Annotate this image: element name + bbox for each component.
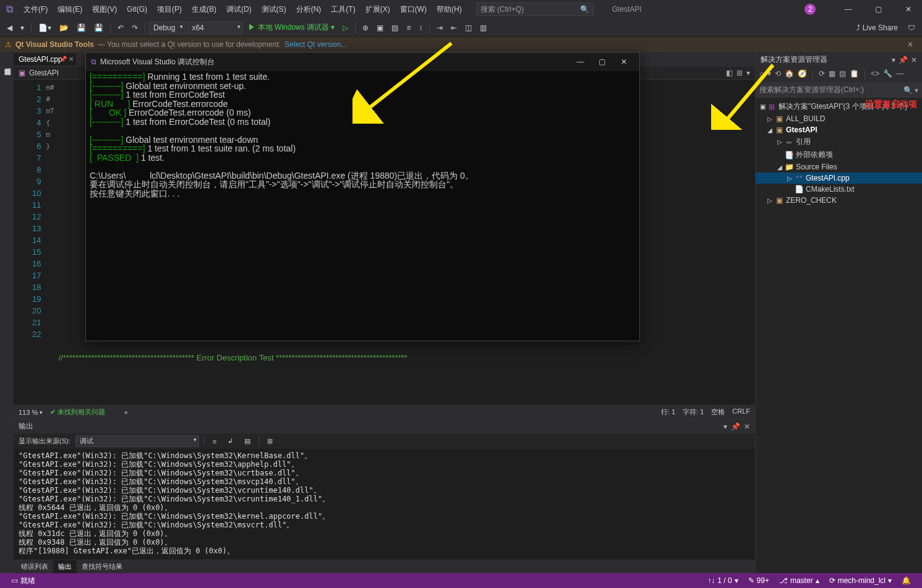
se-props-icon[interactable]: 📋: [850, 69, 859, 80]
output-pin-icon[interactable]: 📌: [731, 422, 740, 431]
doc-split-icon[interactable]: ◧: [726, 69, 733, 77]
se-dropdown-icon[interactable]: ▾: [892, 56, 895, 64]
sb-bell-icon[interactable]: 🔔: [897, 576, 916, 585]
output-close-icon[interactable]: ✕: [744, 422, 750, 431]
config-dropdown[interactable]: Debug: [149, 22, 186, 34]
tab-findsymbol[interactable]: 查找符号结果: [77, 560, 127, 573]
tree-external-deps[interactable]: 📑 外部依赖项: [756, 148, 922, 161]
tb-icon-5[interactable]: ↕: [416, 22, 425, 34]
se-code-icon[interactable]: <>: [871, 69, 879, 80]
se-wrench-icon[interactable]: 🔧: [883, 69, 892, 80]
menu-扩展x[interactable]: 扩展(X): [361, 0, 395, 19]
se-close-icon[interactable]: ✕: [911, 56, 917, 64]
se-sync-icon[interactable]: ⟳: [819, 69, 825, 80]
se-more-icon[interactable]: —: [896, 69, 903, 80]
menu-生成b[interactable]: 生成(B): [187, 0, 221, 19]
output-source-dropdown[interactable]: 调试: [75, 435, 199, 447]
tb-icon-8[interactable]: ◫: [462, 22, 475, 34]
solution-explorer-toolbar: ⌂▾ ⟲ 🏠 🧭 ⟳ ▦ ▤ 📋 <> 🔧 —: [756, 67, 922, 83]
output-body[interactable]: "GtestAPI.exe"(Win32): 已加载"C:\Windows\Sy…: [14, 449, 755, 560]
tb-icon-9[interactable]: ▥: [477, 22, 490, 34]
tree-source-files[interactable]: ◢📁 Source Files: [756, 161, 922, 173]
close-button[interactable]: ✕: [894, 0, 922, 19]
tree-solution-root[interactable]: ▣⊞ 解决方案"GtestAPI"(3 个项目，共 3 个): [756, 100, 922, 113]
output-wrap-icon[interactable]: ↲: [224, 435, 236, 447]
menu-编辑e[interactable]: 编辑(E): [53, 0, 87, 19]
start-debug-button[interactable]: ▶ 本地 Windows 调试器 ▾: [245, 20, 338, 35]
doc-expand-icon[interactable]: ⊞: [736, 69, 743, 77]
platform-dropdown[interactable]: x64: [187, 22, 243, 34]
new-button[interactable]: 📄▾: [35, 22, 54, 34]
sb-updown[interactable]: ↑↓ 1 / 0 ▾: [702, 576, 743, 585]
se-pin-icon[interactable]: 📌: [899, 56, 908, 64]
menu-项目p[interactable]: 项目(P): [152, 0, 187, 19]
maximize-button[interactable]: ▢: [864, 0, 892, 19]
qt-close-button[interactable]: ✕: [903, 40, 917, 49]
zoom-level[interactable]: 113 %: [19, 409, 38, 416]
se-scope-icon[interactable]: 🏠: [785, 69, 794, 80]
menu-帮助h[interactable]: 帮助(H): [432, 0, 467, 19]
document-tab-gtestapi[interactable]: GtestAPI.cpp 📌 ✕: [14, 53, 76, 66]
tb-icon-1[interactable]: ⊕: [359, 22, 372, 34]
tree-project-zerocheck[interactable]: ▷▣ ZERO_CHECK: [756, 195, 922, 206]
tree-project-allbuild[interactable]: ▷▣ ALL_BUILD: [756, 113, 922, 124]
toolbox-tab[interactable]: 工具箱: [0, 58, 2, 573]
se-home-icon[interactable]: ⌂: [759, 69, 764, 80]
menu-窗口w[interactable]: 窗口(W): [395, 0, 432, 19]
tb-icon-4[interactable]: ≡: [403, 22, 414, 34]
console-minimize[interactable]: —: [570, 53, 591, 71]
tab-errorlist[interactable]: 错误列表: [16, 560, 53, 573]
menu-调试d[interactable]: 调试(D): [221, 0, 257, 19]
output-dropdown-icon[interactable]: ▾: [724, 422, 727, 431]
console-close[interactable]: ✕: [613, 53, 634, 71]
se-collapse-icon[interactable]: ▤: [839, 69, 846, 80]
admin-icon[interactable]: 🛡: [905, 22, 918, 34]
start-without-debug-button[interactable]: ▷: [339, 22, 351, 34]
tb-icon-7[interactable]: ⇤: [448, 22, 460, 34]
nav-back-button[interactable]: ◀: [4, 22, 15, 34]
menu-gitg[interactable]: Git(G): [122, 0, 152, 19]
search-box[interactable]: 搜索 (Ctrl+Q) 🔍: [476, 2, 594, 16]
save-button[interactable]: 💾: [74, 22, 89, 34]
doc-dropdown-icon[interactable]: ▾: [746, 69, 750, 77]
output-save-icon[interactable]: ▤: [241, 435, 254, 447]
menu-分析n[interactable]: 分析(N): [291, 0, 327, 19]
se-show-all-icon[interactable]: ▦: [829, 69, 835, 80]
solution-explorer-search[interactable]: 搜索解决方案资源管理器(Ctrl+;) 🔍 ▾: [756, 83, 922, 98]
pin-icon[interactable]: 📌 ✕: [59, 56, 74, 62]
sb-changes[interactable]: ✎ 99+: [743, 576, 774, 585]
server-explorer-tab[interactable]: 服务器资源管理器: [2, 58, 14, 573]
console-maximize[interactable]: ▢: [591, 53, 613, 71]
tb-icon-6[interactable]: ⇥: [433, 22, 446, 34]
nav-project[interactable]: GtestAPI: [29, 69, 59, 77]
qt-select-version-link[interactable]: Select Qt version...: [284, 40, 347, 49]
se-back-icon[interactable]: ⟲: [775, 69, 781, 80]
menu-视图v[interactable]: 视图(V): [87, 0, 122, 19]
redo-button[interactable]: ↷: [129, 22, 141, 34]
no-issues-label[interactable]: ✔ 未找到相关问题: [50, 407, 105, 417]
tree-file-cmakelists[interactable]: 📄 CMakeLists.txt: [756, 184, 922, 195]
undo-button[interactable]: ↶: [114, 22, 127, 34]
tree-file-gtestapi-cpp[interactable]: ▷⁺⁺ GtestAPI.cpp: [756, 173, 922, 184]
sb-user[interactable]: ⟳ mech-mind_lcl ▾: [824, 576, 897, 585]
console-body[interactable]: [==========] Running 1 test from 1 test …: [86, 71, 639, 341]
minimize-button[interactable]: —: [834, 0, 862, 19]
tree-project-gtestapi[interactable]: ◢▣ GtestAPI: [756, 124, 922, 135]
output-extra-icon[interactable]: ⊞: [264, 435, 276, 447]
console-titlebar[interactable]: ⧉ Microsoft Visual Studio 调试控制台 — ▢ ✕: [86, 53, 639, 71]
se-filter-icon[interactable]: 🧭: [798, 69, 807, 80]
output-clear-icon[interactable]: ≡: [210, 436, 220, 447]
open-button[interactable]: 📂: [56, 22, 72, 34]
live-share-button[interactable]: ⤴ Live Share: [852, 23, 903, 32]
tb-icon-3[interactable]: ▤: [388, 22, 401, 34]
menu-文件f[interactable]: 文件(F): [19, 0, 53, 19]
tab-output[interactable]: 输出: [53, 560, 77, 573]
nav-fwd-button[interactable]: ▾: [17, 22, 27, 34]
save-all-button[interactable]: 💾: [91, 22, 106, 34]
sb-branch[interactable]: ⎇ master ▴: [774, 576, 824, 585]
menu-工具t[interactable]: 工具(T): [326, 0, 360, 19]
menu-测试s[interactable]: 测试(S): [257, 0, 291, 19]
tree-references[interactable]: ▷▫▫ 引用: [756, 135, 922, 148]
tb-icon-2[interactable]: ▣: [373, 22, 386, 34]
notification-badge[interactable]: 2: [805, 4, 816, 15]
